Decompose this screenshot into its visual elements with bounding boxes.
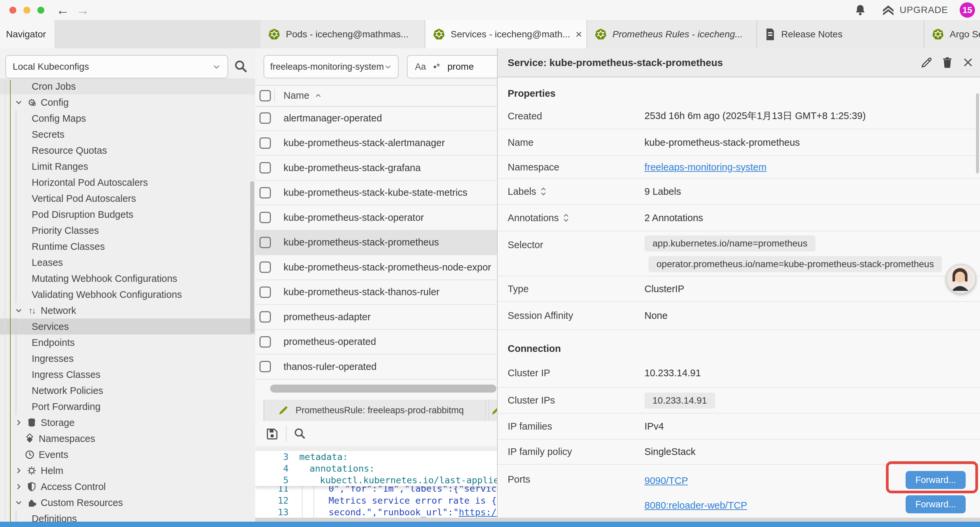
forward-button[interactable]: → [76,2,89,18]
search-query-text: prome [447,61,474,72]
name-search-input[interactable]: Aa ▪* prome [407,55,497,78]
sidebar-item-config[interactable]: ⚙⚙ Config [0,94,255,110]
sidebar-item-access-control[interactable]: Access Control [0,479,255,495]
sidebar-item-pod-disruption-budgets[interactable]: Pod Disruption Budgets [0,207,255,223]
editor-tab-strip: PrometheusRule: freeleaps-prod-rabbitmq [255,400,497,422]
namespace-select[interactable]: freeleaps-monitoring-system [264,55,399,78]
sidebar-item-leases[interactable]: Leases [0,255,255,271]
sidebar-item-cron-jobs[interactable]: Cron Jobs [0,78,255,94]
sidebar-item-horizontal-pod-autoscalers[interactable]: Horizontal Pod Autoscalers [0,174,255,191]
drawer-scrollbar[interactable] [976,93,979,174]
upgrade-label[interactable]: UPGRADE [900,5,948,15]
chevron-right-icon [15,419,23,427]
back-button[interactable]: ← [56,2,69,18]
sidebar-item-custom-resources[interactable]: Custom Resources [0,495,255,511]
sidebar-search-icon[interactable] [234,59,248,74]
column-header-name[interactable]: Name [283,90,309,101]
row-checkbox[interactable] [259,187,271,199]
row-checkbox[interactable] [259,237,271,248]
row-checkbox[interactable] [259,361,271,372]
table-row[interactable]: kube-prometheus-stack-kube-state-metrics [255,181,497,206]
row-checkbox[interactable] [259,311,271,323]
row-checkbox[interactable] [259,287,271,298]
table-row[interactable]: kube-prometheus-stack-alertmanager [255,131,497,156]
match-case-toggle[interactable]: Aa [415,62,426,72]
save-icon[interactable] [265,427,278,440]
row-checkbox[interactable] [259,261,271,273]
tab-prometheus-rules[interactable]: Prometheus Rules - icecheng... [587,20,757,48]
window-minimize-button[interactable] [23,7,30,14]
sidebar-item-helm[interactable]: Helm [0,463,255,479]
sidebar-item-endpoints[interactable]: Endpoints [0,334,255,350]
notifications-bell-icon[interactable] [854,4,867,16]
kubeconfig-select-value: Local Kubeconfigs [13,61,89,72]
table-row[interactable]: prometheus-operated [255,330,497,355]
table-row[interactable]: kube-prometheus-stack-grafana [255,156,497,181]
table-row[interactable]: kube-prometheus-stack-thanos-ruler [255,280,497,305]
sidebar-scrollbar[interactable] [250,181,254,333]
forward-button-8080[interactable]: Forward... [905,495,966,513]
sidebar-item-priority-classes[interactable]: Priority Classes [0,223,255,239]
window-close-button[interactable] [10,7,16,14]
kubernetes-icon [594,28,607,41]
editor-tab-prometheusrule[interactable]: PrometheusRule: freeleaps-prod-rabbitmq [264,400,486,421]
sidebar-item-resource-quotas[interactable]: Resource Quotas [0,142,255,158]
sidebar-item-ingresses[interactable]: Ingresses [0,350,255,366]
table-row[interactable]: kube-prometheus-stack-operator [255,205,497,231]
row-checkbox[interactable] [259,212,271,223]
sidebar-item-validating-webhook-configurations[interactable]: Validating Webhook Configurations [0,287,255,303]
table-row-selected[interactable]: kube-prometheus-stack-prometheus [255,231,497,255]
row-checkbox[interactable] [259,137,271,149]
yaml-editor[interactable]: 11 0","for":"1m","labels":{"service":" 1… [255,451,497,527]
select-all-checkbox[interactable] [259,90,271,101]
namespace-link[interactable]: freeleaps-monitoring-system [644,162,767,173]
editor-tab-partial[interactable] [488,400,497,421]
sidebar-item-vertical-pod-autoscalers[interactable]: Vertical Pod Autoscalers [0,191,255,207]
table-row[interactable]: prometheus-adapter [255,305,497,330]
sort-toggle-icon[interactable] [540,186,547,196]
code-url-link[interactable]: https://net [459,507,497,517]
sidebar-item-runtime-classes[interactable]: Runtime Classes [0,239,255,255]
tab-pods[interactable]: Pods - icecheng@mathmas... [261,20,425,48]
delete-trash-icon[interactable] [941,56,954,69]
edit-pencil-icon[interactable] [920,56,933,69]
row-checkbox[interactable] [259,336,271,347]
tab-argo[interactable]: Argo Se [924,20,980,48]
sidebar-item-services[interactable]: Services [0,318,255,334]
sidebar-item-config-maps[interactable]: Config Maps [0,110,255,126]
port-link-9090[interactable]: 9090/TCP [644,475,688,486]
sidebar-item-namespaces[interactable]: Namespaces [0,431,255,447]
sidebar-item-ingress-classes[interactable]: Ingress Classes [0,366,255,382]
namespaces-icon [24,433,35,444]
forward-button-9090[interactable]: Forward... [905,471,966,489]
navigator-panel-tab[interactable]: Navigator [0,20,54,48]
sidebar-item-secrets[interactable]: Secrets [0,126,255,142]
port-link-8080[interactable]: 8080:reloader-web/TCP [644,500,747,511]
table-horizontal-scrollbar[interactable] [270,385,496,393]
window-zoom-button[interactable] [37,7,45,14]
tab-services[interactable]: Services - icecheng@math... × [425,20,587,48]
tab-release-notes[interactable]: Release Notes [757,20,924,48]
tab-label: Services - icecheng@math... [451,29,570,40]
kubeconfig-select[interactable]: Local Kubeconfigs [5,55,228,78]
sidebar-item-network-policies[interactable]: Network Policies [0,382,255,399]
tab-close-icon[interactable]: × [575,28,582,41]
table-row[interactable]: kube-prometheus-stack-prometheus-node-ex… [255,255,497,280]
table-row[interactable]: alertmanager-operated [255,106,497,131]
sidebar-item-mutating-webhook-configurations[interactable]: Mutating Webhook Configurations [0,271,255,287]
sidebar-item-port-forwarding[interactable]: Port Forwarding [0,399,255,415]
row-checkbox[interactable] [259,162,271,174]
editor-search-icon[interactable] [293,427,307,440]
sort-toggle-icon[interactable] [563,213,570,223]
notification-badge[interactable]: 15 [960,2,975,18]
row-checkbox[interactable] [259,112,271,124]
sidebar-item-storage[interactable]: Storage [0,415,255,431]
sidebar-item-limit-ranges[interactable]: Limit Ranges [0,158,255,174]
close-icon[interactable] [961,56,975,69]
upgrade-chevrons-icon[interactable] [881,3,895,18]
sidebar-item-events[interactable]: Events [0,447,255,463]
sidebar-item-network[interactable]: ↑↓ Network [0,303,255,318]
webcam-avatar[interactable] [946,264,976,294]
table-row[interactable]: thanos-ruler-operated [255,355,497,380]
regex-toggle[interactable]: ▪* [433,62,440,72]
